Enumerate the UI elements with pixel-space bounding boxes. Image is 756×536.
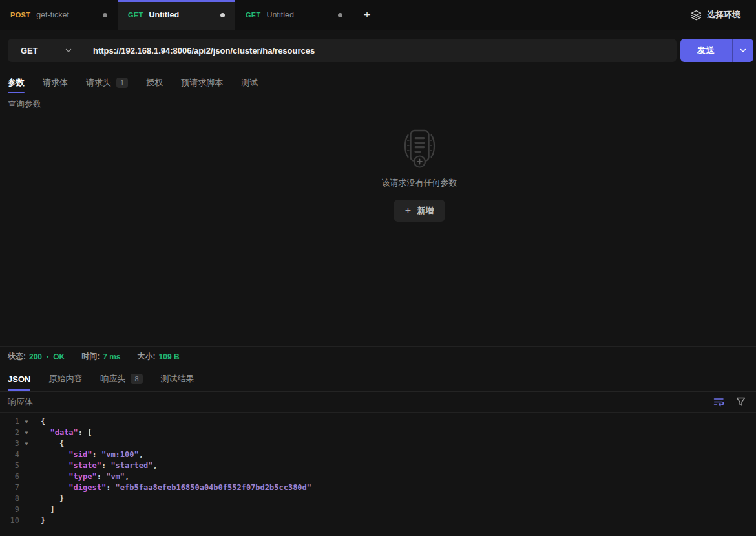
response-json-viewer[interactable]: 1▼{2▼ "data": [3▼ {4 "sid": "vm:100",5 "… bbox=[0, 413, 756, 536]
fold-icon bbox=[19, 493, 34, 504]
response-tab-raw[interactable]: 原始内容 bbox=[48, 367, 82, 391]
fold-icon[interactable]: ▼ bbox=[19, 438, 34, 449]
status-text: OK bbox=[53, 352, 65, 361]
code-text: { bbox=[34, 416, 45, 427]
url-bar: GET https://192.168.1.94:8006/api2/json/… bbox=[8, 39, 677, 62]
fold-icon[interactable]: ▼ bbox=[19, 416, 34, 427]
response-tab-test-results[interactable]: 测试结果 bbox=[161, 367, 194, 391]
environment-selector[interactable]: 选择环境 bbox=[675, 0, 756, 30]
count-badge: 8 bbox=[131, 374, 142, 384]
code-text: "type": "vm", bbox=[34, 471, 129, 482]
tab-headers[interactable]: 请求头1 bbox=[86, 71, 128, 94]
line-number: 1 bbox=[0, 416, 19, 427]
tab-title: Untitled bbox=[149, 10, 215, 19]
add-tab-button[interactable]: + bbox=[353, 0, 381, 30]
empty-params-icon bbox=[401, 129, 437, 169]
send-button[interactable]: 发送 bbox=[680, 39, 753, 62]
line-number: 6 bbox=[0, 471, 19, 482]
code-text: "digest": "efb5faa8efeb16850a04b0f552f07… bbox=[34, 482, 311, 493]
code-line: 5 "state": "started", bbox=[0, 460, 756, 471]
response-status-bar: 状态: 200 • OK 时间: 7 ms 大小: 109 B bbox=[0, 346, 756, 367]
fold-icon bbox=[19, 471, 34, 482]
line-number: 8 bbox=[0, 493, 19, 504]
tab-label: 测试 bbox=[241, 77, 258, 89]
time-value: 7 ms bbox=[103, 352, 120, 361]
add-param-button[interactable]: + 新增 bbox=[394, 200, 445, 222]
request-tab-untitled-1[interactable]: GETUntitled bbox=[118, 0, 235, 30]
request-tab-strip: POSTget-ticketGETUntitledGETUntitled bbox=[0, 0, 353, 30]
line-number: 3 bbox=[0, 438, 19, 449]
code-text: ] bbox=[34, 504, 55, 515]
response-tab-headers[interactable]: 响应头8 bbox=[100, 367, 142, 391]
count-badge: 1 bbox=[116, 78, 128, 88]
response-body-tools bbox=[713, 397, 746, 407]
unsaved-dot-icon[interactable] bbox=[338, 13, 342, 17]
tab-params[interactable]: 参数 bbox=[8, 71, 25, 94]
plus-icon: + bbox=[405, 205, 411, 217]
response-body-label: 响应体 bbox=[8, 396, 33, 408]
chevron-down-icon bbox=[65, 47, 72, 54]
tab-label: 请求头 bbox=[86, 77, 111, 89]
fold-icon bbox=[19, 515, 34, 526]
unsaved-dot-icon[interactable] bbox=[103, 13, 107, 17]
fold-icon bbox=[19, 449, 34, 460]
tab-bar: POSTget-ticketGETUntitledGETUntitled + 选… bbox=[0, 0, 756, 30]
query-params-header: 查询参数 bbox=[0, 94, 756, 114]
code-text: "sid": "vm:100", bbox=[34, 449, 143, 460]
line-number: 9 bbox=[0, 504, 19, 515]
code-line: 4 "sid": "vm:100", bbox=[0, 449, 756, 460]
code-line: 8 } bbox=[0, 493, 756, 504]
fold-icon[interactable]: ▼ bbox=[19, 427, 34, 438]
method-badge: POST bbox=[10, 11, 30, 19]
fold-icon bbox=[19, 482, 34, 493]
code-line: 9 ] bbox=[0, 504, 756, 515]
empty-params-message: 该请求没有任何参数 bbox=[382, 177, 457, 189]
tab-pre-request-script[interactable]: 预请求脚本 bbox=[181, 71, 223, 94]
request-url-row: GET https://192.168.1.94:8006/api2/json/… bbox=[0, 30, 756, 71]
wrap-text-icon[interactable] bbox=[713, 397, 724, 407]
tab-tests[interactable]: 测试 bbox=[241, 71, 258, 94]
send-options-button[interactable] bbox=[733, 47, 753, 54]
send-button-label[interactable]: 发送 bbox=[680, 45, 732, 56]
code-line: 7 "digest": "efb5faa8efeb16850a04b0f552f… bbox=[0, 482, 756, 493]
tab-body[interactable]: 请求体 bbox=[43, 71, 68, 94]
code-text: } bbox=[34, 515, 45, 526]
layers-icon bbox=[691, 10, 702, 21]
method-select-value: GET bbox=[21, 46, 38, 56]
status-code: 200 bbox=[29, 352, 42, 361]
environment-selector-label: 选择环境 bbox=[707, 9, 740, 21]
code-line: 1▼{ bbox=[0, 416, 756, 427]
add-param-button-label: 新增 bbox=[417, 205, 434, 217]
line-number: 5 bbox=[0, 460, 19, 471]
params-empty-state: 该请求没有任何参数 + 新增 bbox=[382, 129, 457, 222]
unsaved-dot-icon[interactable] bbox=[220, 13, 225, 17]
status-dot: • bbox=[47, 354, 48, 360]
size-item: 大小: 109 B bbox=[138, 351, 180, 362]
tab-label: 参数 bbox=[8, 77, 25, 89]
size-label: 大小: bbox=[138, 351, 156, 362]
size-value: 109 B bbox=[159, 352, 180, 361]
code-text: "data": [ bbox=[34, 427, 92, 438]
tab-label: 测试结果 bbox=[161, 373, 194, 385]
code-line: 6 "type": "vm", bbox=[0, 471, 756, 482]
url-input[interactable]: https://192.168.1.94:8006/api2/json/clus… bbox=[93, 46, 315, 56]
code-line: 3▼ { bbox=[0, 438, 756, 449]
code-text: "state": "started", bbox=[34, 460, 158, 471]
method-select[interactable]: GET bbox=[8, 46, 84, 56]
tab-auth[interactable]: 授权 bbox=[146, 71, 163, 94]
status-item: 状态: 200 • OK bbox=[8, 351, 65, 362]
request-section-tabs: 参数请求体请求头1授权预请求脚本测试 bbox=[0, 71, 756, 94]
fold-icon bbox=[19, 460, 34, 471]
tab-label: 原始内容 bbox=[48, 373, 82, 385]
tab-label: 请求体 bbox=[43, 77, 68, 89]
code-text: } bbox=[34, 493, 64, 504]
method-badge: GET bbox=[246, 11, 261, 19]
line-number: 7 bbox=[0, 482, 19, 493]
time-label: 时间: bbox=[81, 351, 100, 362]
request-tab-untitled-2[interactable]: GETUntitled bbox=[235, 0, 353, 30]
request-tab-get-ticket[interactable]: POSTget-ticket bbox=[0, 0, 118, 30]
filter-icon[interactable] bbox=[736, 397, 746, 407]
response-tab-json[interactable]: JSON bbox=[8, 367, 30, 391]
tab-label: JSON bbox=[8, 374, 30, 384]
code-text: { bbox=[34, 438, 64, 449]
